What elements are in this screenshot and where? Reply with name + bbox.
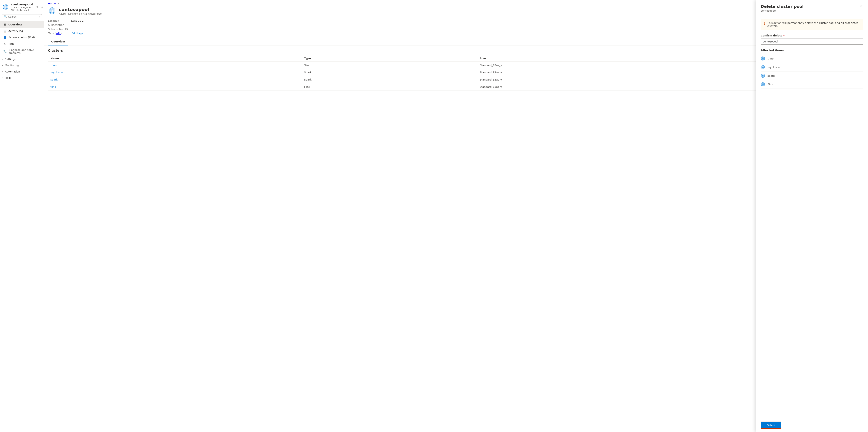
affected-item: flink [761, 80, 863, 89]
search-icon: 🔍 [4, 15, 7, 18]
warning-icon: ℹ [764, 22, 765, 25]
table-row: flink Flink Standard_E8as_v [48, 83, 864, 90]
affected-item-icon [761, 82, 765, 87]
affected-item: trino [761, 54, 863, 63]
affected-item-name: flink [768, 83, 773, 86]
sidebar-item-label: Help [5, 76, 11, 79]
affected-item-name: trino [768, 57, 774, 60]
cluster-name-cell: mycluster [48, 69, 302, 76]
location-value: : East US 2 [69, 19, 864, 22]
tags-value: : Add tags [69, 32, 864, 35]
confirm-label: Confirm delete * [761, 34, 863, 37]
cluster-link[interactable]: spark [51, 78, 58, 81]
col-name: Name [48, 55, 302, 62]
tab-overview[interactable]: Overview [48, 38, 68, 46]
sidebar-item-label: Tags [8, 42, 14, 45]
affected-item-icon [761, 74, 765, 78]
panel-header-text: Delete cluster pool contosopool [761, 4, 804, 12]
sidebar-title-actions: ⊞ ☆ ··· [35, 5, 44, 9]
sidebar-item-label: Monitoring [5, 64, 19, 67]
sidebar-item-access-control[interactable]: 👤 Access control (IAM) [0, 34, 44, 40]
page-header-text: contosopool Azure HDInsight on AKS clust… [59, 7, 848, 15]
sidebar: contosopool Azure HDInsight on AKS clust… [0, 0, 44, 432]
app-subtitle: Azure HDInsight on AKS cluster pool [11, 6, 33, 11]
favorite-button[interactable]: ☆ [40, 5, 44, 9]
pin-button[interactable]: ⊞ [35, 5, 39, 9]
table-row: spark Spark Standard_E8as_v [48, 76, 864, 83]
sidebar-item-label: Diagnose and solve problems [8, 49, 41, 55]
col-type: Type [302, 55, 477, 62]
sidebar-item-automation[interactable]: › Automation [0, 68, 44, 75]
tab-bar: Overview [44, 38, 868, 46]
search-box[interactable]: 🔍 « [2, 14, 42, 19]
panel-subtitle: contosopool [761, 9, 804, 12]
panel-title: Delete cluster pool [761, 4, 804, 9]
table-row: mycluster Spark Standard_E8as_v [48, 69, 864, 76]
affected-title: Affected items [761, 49, 863, 52]
tags-label: Tags (edit) [48, 32, 68, 35]
clusters-section-title: Clusters [48, 49, 864, 53]
clusters-section: Clusters Name Type Size trino Trino Stan… [44, 46, 868, 94]
sidebar-item-label: Access control (IAM) [8, 36, 35, 39]
cluster-type-cell: Flink [302, 83, 477, 90]
page-header: contosopool Azure HDInsight on AKS clust… [44, 7, 868, 19]
collapse-button[interactable]: « [39, 16, 40, 18]
tags-icon: 🏷 [3, 42, 6, 45]
location-label: Location [48, 19, 68, 22]
required-indicator: * [783, 34, 784, 37]
expand-icon: › [2, 70, 3, 73]
iam-icon: 👤 [3, 36, 6, 39]
tags-edit-link[interactable]: edit [56, 32, 61, 35]
meta-grid: Location : East US 2 Subscription : Subs… [44, 19, 868, 38]
sidebar-item-activity-log[interactable]: 📋 Activity log [0, 28, 44, 34]
cluster-link[interactable]: trino [51, 64, 57, 67]
affected-item-name: mycluster [768, 66, 780, 69]
affected-item-name: spark [768, 74, 775, 77]
sidebar-item-label: Settings [5, 58, 16, 61]
subscription-label: Subscription [48, 23, 68, 26]
affected-item-icon [761, 65, 765, 69]
sidebar-item-settings[interactable]: › Settings [0, 56, 44, 62]
panel-body: ℹ This action will permanently delete th… [756, 15, 868, 418]
affected-item: spark [761, 71, 863, 80]
panel-header: Delete cluster pool contosopool ✕ [756, 0, 868, 15]
search-input[interactable] [8, 15, 37, 18]
cluster-name-cell: trino [48, 62, 302, 69]
table-row: trino Trino Standard_E8as_v [48, 62, 864, 69]
delete-panel: Delete cluster pool contosopool ✕ ℹ This… [756, 0, 868, 432]
clusters-table: Name Type Size trino Trino Standard_E8as… [48, 55, 864, 90]
close-panel-button[interactable]: ✕ [860, 4, 863, 8]
cluster-name-cell: flink [48, 83, 302, 90]
clusters-table-body: trino Trino Standard_E8as_v mycluster Sp… [48, 62, 864, 90]
cluster-type-cell: Spark [302, 69, 477, 76]
diagnose-icon: 🔧 [3, 50, 6, 53]
svg-point-15 [763, 67, 763, 68]
breadcrumb: Home > [44, 0, 868, 7]
sidebar-item-help[interactable]: › Help [0, 75, 44, 81]
svg-point-3 [5, 6, 6, 8]
add-tags-link[interactable]: Add tags [71, 32, 83, 35]
breadcrumb-home[interactable]: Home [48, 2, 56, 5]
sidebar-item-monitoring[interactable]: › Monitoring [0, 62, 44, 68]
confirm-delete-input[interactable] [761, 38, 863, 45]
main-content: Home > contosopool Azure HDInsight on AK… [44, 0, 868, 432]
expand-icon: › [2, 58, 3, 60]
activity-log-icon: 📋 [3, 29, 6, 32]
svg-point-23 [763, 84, 763, 85]
cluster-link[interactable]: mycluster [51, 71, 63, 74]
cluster-name-cell: spark [48, 76, 302, 83]
page-title: contosopool [59, 7, 848, 12]
sidebar-header: contosopool Azure HDInsight on AKS clust… [0, 0, 44, 13]
sidebar-item-overview[interactable]: ⊞ Overview [0, 21, 44, 28]
cluster-link[interactable]: flink [51, 85, 56, 88]
svg-point-19 [763, 76, 763, 76]
warning-box: ℹ This action will permanently delete th… [761, 19, 863, 30]
sidebar-item-tags[interactable]: 🏷 Tags [0, 40, 44, 47]
page-header-icon [48, 7, 56, 15]
delete-button[interactable]: Delete [761, 422, 781, 429]
svg-point-11 [763, 58, 763, 59]
panel-footer: Delete [756, 418, 868, 432]
sidebar-item-diagnose[interactable]: 🔧 Diagnose and solve problems [0, 47, 44, 56]
affected-item-icon [761, 56, 765, 61]
sidebar-item-label: Activity log [8, 29, 23, 32]
